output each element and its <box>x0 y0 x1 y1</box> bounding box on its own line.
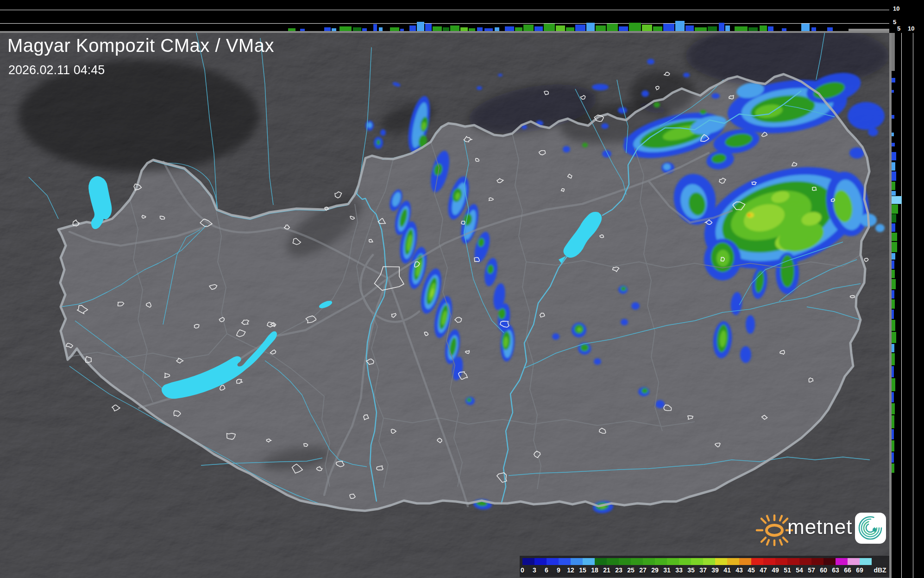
ground-baseline-right <box>889 33 892 578</box>
dbz-color-cell <box>763 558 775 565</box>
vertical-profile-top-strip <box>0 0 889 33</box>
echo-profile-bar <box>409 25 416 31</box>
echo-profile-bar <box>575 25 585 31</box>
dbz-color-cell <box>775 558 787 565</box>
echo-profile-bar <box>708 26 717 31</box>
dbz-color-cell <box>667 558 679 565</box>
echo-profile-bar <box>892 143 895 146</box>
top-axis-label-10: 10 <box>893 6 899 12</box>
echo-profile-bar <box>892 253 895 260</box>
echo-profile-bar <box>748 27 758 31</box>
height-line-10km-right <box>913 33 913 578</box>
echo-profile-bar <box>353 27 361 31</box>
echo-profile-bar <box>892 310 894 319</box>
dbz-color-cell <box>836 558 848 565</box>
height-line-10km <box>0 10 889 10</box>
metnet-app-icon <box>855 513 886 544</box>
vertical-profile-right-strip <box>889 33 924 578</box>
echo-profile-bar <box>892 204 898 214</box>
metnet-logo: metnet <box>740 507 889 549</box>
echo-profile-bar <box>586 23 595 31</box>
echo-profile-bar <box>443 27 449 31</box>
echo-profile-bar <box>450 25 459 31</box>
echo-profile-bar <box>663 24 674 31</box>
dbz-color-cell <box>703 558 715 565</box>
sun-icon <box>757 515 792 545</box>
echo-profile-bar <box>505 26 514 31</box>
echo-profile-bar <box>892 191 896 196</box>
echo-profile-bar <box>735 26 748 31</box>
dbz-unit-label: dBZ <box>871 566 889 574</box>
echo-profile-bar <box>433 26 442 31</box>
echo-profile-bar <box>768 26 773 31</box>
echo-profile-bar <box>719 23 724 31</box>
echo-profile-bar <box>892 415 894 428</box>
dbz-color-scale: 0369121518212325272931333537394143454749… <box>520 556 889 577</box>
echo-profile-bar <box>566 27 574 31</box>
echo-profile-bar <box>495 27 499 31</box>
page-title: Magyar Kompozit CMax / VMax <box>7 35 274 56</box>
echo-profile-bar <box>892 464 894 473</box>
echo-profile-bar <box>892 242 897 252</box>
dbz-color-cell <box>848 558 860 565</box>
timestamp: 2026.02.11 04:45 <box>8 63 105 77</box>
echo-profile-bar <box>892 196 902 204</box>
echo-profile-bar <box>892 270 895 278</box>
dbz-color-cell <box>522 558 534 565</box>
dbz-color-cell <box>860 558 872 565</box>
echo-profile-bar <box>892 115 894 119</box>
dbz-color-cell <box>751 558 763 565</box>
echo-profile-bar <box>619 26 628 31</box>
echo-profile-bar <box>373 24 377 31</box>
echo-profile-bar <box>892 353 895 365</box>
echo-profile-bar <box>892 429 894 439</box>
dbz-color-cell <box>595 558 607 565</box>
echo-profile-bar <box>892 403 895 414</box>
dbz-color-cell <box>583 558 595 565</box>
echo-profile-bar <box>379 27 383 31</box>
metnet-logo-text: metnet <box>787 515 853 539</box>
radar-composite-screen: 10 5 5 10 Magyar Kompozit CMax / VMax 20… <box>0 0 924 578</box>
echo-profile-bar <box>725 25 730 31</box>
echo-profile-bar <box>892 171 896 181</box>
echo-profile-bar <box>892 452 894 463</box>
echo-profile-bar <box>892 152 896 160</box>
echo-profile-bar <box>544 24 555 31</box>
terrain-elevation-step-right <box>892 33 895 71</box>
dbz-color-cell <box>691 558 703 565</box>
echo-profile-bar <box>892 133 894 136</box>
echo-profile-bar <box>892 78 895 83</box>
echo-profile-bar <box>629 23 641 31</box>
echo-profile-bar <box>523 25 534 31</box>
echo-profile-bar <box>653 26 662 31</box>
dbz-color-bar <box>522 558 872 565</box>
echo-profile-bar <box>892 440 894 451</box>
echo-profile-bar <box>827 27 833 31</box>
height-line-5km <box>0 23 889 24</box>
echo-profile-bar <box>596 25 606 31</box>
height-line-5km-right <box>901 33 902 578</box>
echo-profile-bar <box>642 25 652 31</box>
echo-profile-bar <box>425 24 432 31</box>
echo-profile-bar <box>675 21 685 31</box>
echo-profile-bar <box>892 366 894 377</box>
echo-profile-bar <box>892 290 894 299</box>
dbz-tick-labels: 0369121518212325272931333537394143454749… <box>522 566 888 575</box>
dbz-color-cell <box>643 558 655 565</box>
dbz-color-cell <box>619 558 631 565</box>
echo-profile-bar <box>892 392 894 402</box>
dbz-color-cell <box>534 558 547 565</box>
echo-profile-bar <box>892 90 894 93</box>
echo-profile-bar <box>892 233 897 241</box>
echo-profile-bar <box>760 25 767 31</box>
echo-profile-bar <box>339 26 352 31</box>
echo-profile-bar <box>892 214 896 222</box>
profile-axis-corner: 10 5 5 10 <box>889 0 924 33</box>
echo-profile-bar <box>892 332 896 343</box>
echo-profile-bar <box>477 27 483 31</box>
dbz-color-cell <box>547 558 559 565</box>
radar-map <box>0 0 924 578</box>
echo-profile-bar <box>801 24 810 31</box>
echo-profile-bar <box>515 27 522 31</box>
echo-profile-bar <box>685 25 694 31</box>
